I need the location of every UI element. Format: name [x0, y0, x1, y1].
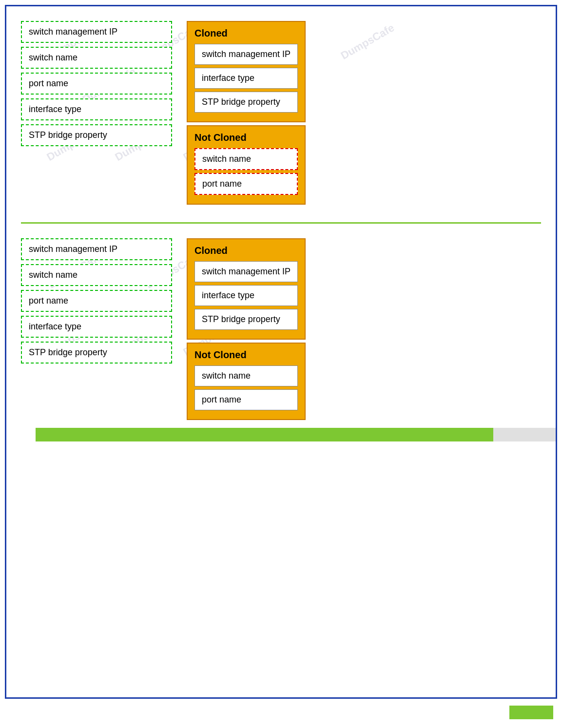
cloned-item-stp-2[interactable]: STP bridge property — [194, 309, 298, 330]
left-item-switch-mgmt-ip-2[interactable]: switch management IP — [21, 238, 172, 260]
cloned-item-mgmt-ip-1[interactable]: switch management IP — [194, 44, 298, 65]
question-block-2: switch management IP switch name port na… — [21, 238, 541, 423]
not-cloned-title-2: Not Cloned — [194, 349, 298, 361]
question-block-1: switch management IP switch name port na… — [21, 21, 541, 208]
left-item-stp-bridge-2[interactable]: STP bridge property — [21, 342, 172, 364]
progress-bar-fill — [36, 428, 493, 441]
cloned-item-interface-type-1[interactable]: interface type — [194, 68, 298, 89]
right-panel-2: Cloned switch management IP interface ty… — [187, 238, 306, 423]
not-cloned-section-1: Not Cloned switch name port name — [187, 125, 306, 205]
not-cloned-item-switch-name-1[interactable]: switch name — [194, 148, 298, 170]
cloned-item-stp-1[interactable]: STP bridge property — [194, 92, 298, 113]
main-content: DumpsCafe DumpsCafe DumpsCafe DumpsCafe … — [6, 6, 556, 466]
cloned-section-1: Cloned switch management IP interface ty… — [187, 21, 306, 122]
outer-border: DumpsCafe DumpsCafe DumpsCafe DumpsCafe … — [5, 5, 557, 699]
not-cloned-item-port-name-1[interactable]: port name — [194, 173, 298, 195]
left-item-interface-type-2[interactable]: interface type — [21, 316, 172, 338]
progress-area — [21, 442, 541, 456]
left-item-interface-type-1[interactable]: interface type — [21, 98, 172, 120]
cloned-item-interface-type-2[interactable]: interface type — [194, 285, 298, 306]
left-panel-2: switch management IP switch name port na… — [21, 238, 172, 423]
cloned-title-1: Cloned — [194, 28, 298, 39]
right-panel-1: Cloned switch management IP interface ty… — [187, 21, 306, 208]
cloned-section-2: Cloned switch management IP interface ty… — [187, 238, 306, 340]
not-cloned-item-port-name-2[interactable]: port name — [194, 389, 298, 410]
progress-bar-container — [36, 428, 556, 441]
left-item-port-name-1[interactable]: port name — [21, 73, 172, 95]
submit-button[interactable] — [509, 706, 553, 719]
left-item-switch-mgmt-ip-1[interactable]: switch management IP — [21, 21, 172, 43]
left-panel-1: switch management IP switch name port na… — [21, 21, 172, 208]
left-item-switch-name-2[interactable]: switch name — [21, 264, 172, 286]
separator — [21, 222, 541, 224]
left-item-switch-name-1[interactable]: switch name — [21, 47, 172, 69]
not-cloned-item-switch-name-2[interactable]: switch name — [194, 365, 298, 386]
left-item-stp-bridge-1[interactable]: STP bridge property — [21, 124, 172, 146]
not-cloned-title-1: Not Cloned — [194, 132, 298, 143]
left-item-port-name-2[interactable]: port name — [21, 290, 172, 312]
cloned-title-2: Cloned — [194, 245, 298, 256]
not-cloned-section-2: Not Cloned switch name port name — [187, 343, 306, 420]
cloned-item-mgmt-ip-2[interactable]: switch management IP — [194, 261, 298, 282]
